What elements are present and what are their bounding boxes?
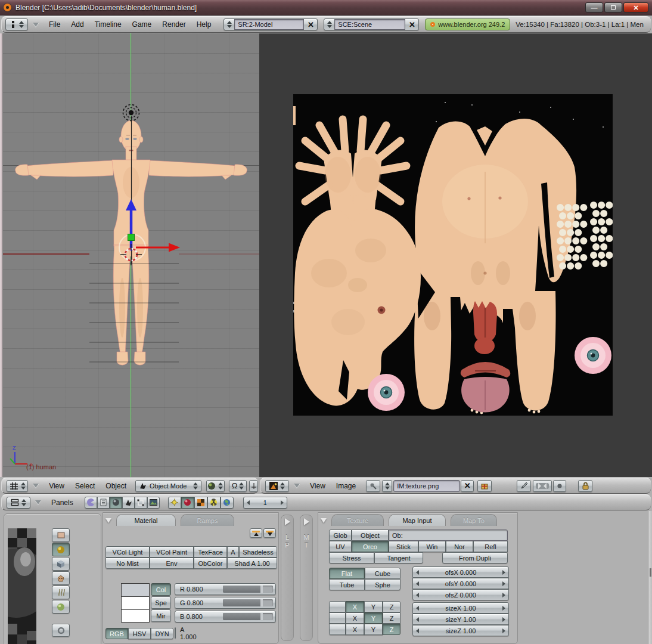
draw-type-selector[interactable] [206,480,225,492]
menu-add[interactable]: Add [66,20,89,29]
editor-type-button[interactable] [5,18,28,30]
links-pipeline-collapse-triangle[interactable] [285,518,290,525]
tab-ramps[interactable]: Ramps [181,514,234,526]
context-logic-button[interactable] [85,497,97,509]
coord-stick[interactable]: Stick [389,541,418,552]
map-to-collapse-triangle[interactable] [304,518,309,525]
color-space-hsv[interactable]: HSV [128,628,151,639]
map-y-none[interactable] [329,612,346,624]
context-script-button[interactable] [97,497,110,509]
ofsz-field[interactable]: ofsZ 0.000 [412,589,509,600]
toggle-shadeless[interactable]: Shadeless [239,546,277,558]
toggle-no-mist[interactable]: No Mist [105,558,150,569]
update-lock-button[interactable] [578,480,592,492]
viewport-collapse-triangle[interactable] [33,484,39,488]
collapsed-panel-links-pipeline[interactable]: L P [281,515,294,641]
ob-name-field[interactable]: Ob: [389,530,508,541]
preview-world-button[interactable] [52,600,70,614]
frame-increment-arrow[interactable] [281,500,284,505]
sizey-decrement-arrow[interactable] [416,617,419,622]
sizey-increment-arrow[interactable] [502,617,505,622]
titlebar[interactable]: Blender [C:\Users\adib\Documents\blender… [0,0,652,16]
render-slot-button[interactable] [533,480,552,492]
material-panel-collapse-triangle[interactable] [105,518,111,523]
context-object-button[interactable] [122,497,135,509]
map-z-none[interactable] [329,624,346,635]
slider-green[interactable]: G 0.800 [175,597,276,609]
material-move-down-button[interactable] [263,528,276,538]
version-badge[interactable]: www.blender.org 249.2 [425,18,510,30]
toggle-alpha[interactable]: A [227,546,239,558]
ofsz-increment-arrow[interactable] [502,593,505,597]
screen-name-field[interactable]: SR:2-Model [234,19,304,30]
sizex-decrement-arrow[interactable] [416,606,419,611]
map-x-x[interactable]: X [346,601,364,612]
tab-map-input[interactable]: Map Input [389,514,446,526]
coord-uv[interactable]: UV [329,541,352,552]
swatch-col[interactable] [121,583,150,596]
shading-material-button[interactable] [181,497,194,509]
swatch-spe[interactable] [121,596,150,609]
context-shading-button[interactable] [110,497,122,509]
image-name-field[interactable]: IM:texture.png [393,480,460,492]
slider-alpha[interactable]: A 1.000 [175,627,176,639]
uv-menu-image[interactable]: Image [331,482,361,490]
manipulator-x-arrowhead[interactable] [169,243,180,252]
preview-flat-button[interactable] [52,528,70,542]
screen-selector[interactable]: SR:2-Model ✕ [223,18,318,30]
ofsx-field[interactable]: ofsX 0.000 [412,566,509,578]
projection-flat[interactable]: Flat [329,568,365,579]
swatch-mode-mir[interactable]: Mir [151,609,171,622]
buttons-collapse-triangle[interactable] [35,500,41,504]
image-browse-button[interactable] [382,480,392,492]
menu-timeline[interactable]: Timeline [89,20,127,29]
pivot-selector[interactable]: Ω [229,480,247,492]
buttons-editor-type-button[interactable] [7,497,30,509]
projection-tube[interactable]: Tube [329,579,365,590]
pack-image-button[interactable] [477,480,492,492]
map-y-y[interactable]: Y [364,612,383,624]
context-editing-button[interactable] [135,497,147,509]
scene-unlink-button[interactable]: ✕ [405,20,418,29]
color-space-dyn[interactable]: DYN [151,628,173,639]
color-space-rgb[interactable]: RGB [105,628,128,639]
material-move-up-button[interactable] [250,528,262,538]
frame-number-field[interactable]: 1 [243,497,287,509]
shading-lamp-button[interactable] [168,497,181,509]
coord-stress[interactable]: Stress [329,552,374,564]
map-x-y[interactable]: Y [364,601,383,612]
map-x-none[interactable] [329,601,346,612]
toggle-obcolor[interactable]: ObColor [194,558,227,569]
collapsed-panel-map-to[interactable]: M T [300,515,313,641]
manipulator-toggle-button[interactable] [249,480,258,492]
viewport-menu-select[interactable]: Select [70,482,100,490]
viewport-editor-type-button[interactable] [7,480,28,492]
image-paint-button[interactable] [517,480,531,492]
preview-cube-button[interactable] [52,557,70,571]
scene-name-field[interactable]: SCE:Scene [334,19,405,30]
minimize-button[interactable]: — [585,2,603,13]
image-unlink-button[interactable]: ✕ [461,480,474,492]
menu-render[interactable]: Render [157,20,191,29]
panels-menu[interactable]: Panels [46,499,79,507]
toggle-from-dupli[interactable]: From Dupli [442,552,508,564]
ofsy-decrement-arrow[interactable] [416,581,419,586]
mode-selector[interactable]: Object Mode [135,480,201,492]
map-y-z[interactable]: Z [383,612,400,624]
sizez-increment-arrow[interactable] [502,628,505,633]
viewport-menu-object[interactable]: Object [100,482,132,490]
ofsy-increment-arrow[interactable] [502,581,505,586]
toggle-vcol-paint[interactable]: VCol Paint [150,546,194,558]
menu-help[interactable]: Help [191,20,217,29]
map-x-z[interactable]: Z [383,601,400,612]
toggle-texface[interactable]: TexFace [194,546,227,558]
tab-map-to[interactable]: Map To [451,514,497,526]
swatch-mode-spe[interactable]: Spe [151,596,171,609]
menu-file[interactable]: File [44,20,66,29]
sizex-increment-arrow[interactable] [502,606,505,611]
coord-nor[interactable]: Nor [446,541,473,552]
sizez-field[interactable]: sizeZ 1.00 [412,625,509,636]
map-z-x[interactable]: X [346,624,364,635]
slider-red[interactable]: R 0.800 [175,583,276,595]
toggle-env[interactable]: Env [150,558,194,569]
